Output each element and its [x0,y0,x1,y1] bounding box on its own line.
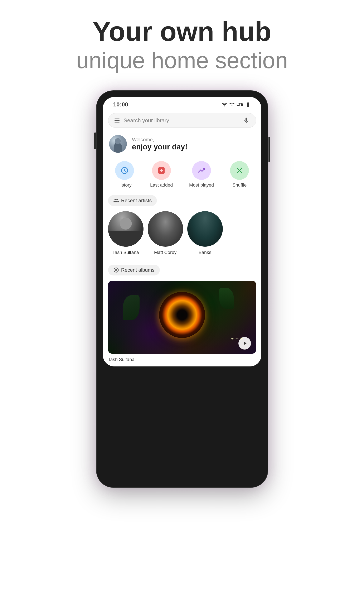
album-artwork [108,281,256,354]
status-bar: 10:00 LTE [103,97,261,110]
foliage-right [219,288,234,309]
artist-banks[interactable]: Banks [187,211,223,255]
mic-icon[interactable] [243,117,250,124]
last-added-circle[interactable] [152,161,171,180]
recent-albums-label: Recent albums [121,267,155,273]
clock-icon [120,166,129,175]
action-last-added[interactable]: Last added [150,161,173,188]
recent-albums-chip[interactable]: Recent albums [108,265,160,275]
wifi-icon [222,102,227,108]
artist-matt-corby[interactable]: Matt Corby [148,211,183,255]
battery-icon [245,102,251,108]
trending-icon [197,166,206,175]
action-shuffle[interactable]: Shuffle [230,161,249,188]
recent-albums-icon [113,267,119,273]
album-labels: Tash Sultana [103,354,261,364]
recent-albums-header[interactable]: Recent albums [108,265,256,275]
foliage-left [123,295,139,320]
search-bar[interactable]: Search your library... [108,113,256,128]
most-played-circle[interactable] [192,161,211,180]
cosmic-eye [159,292,205,338]
phone-frame: 10:00 LTE [97,91,268,487]
recent-artists-label: Recent artists [121,198,152,203]
tash-sultana-name: Tash Sultana [112,250,139,255]
status-time: 10:00 [113,101,128,108]
last-added-label: Last added [150,182,173,188]
album-artwork-container[interactable] [108,281,256,354]
hamburger-icon[interactable] [115,119,119,122]
history-label: History [117,182,131,188]
quick-actions: History Last added [103,157,261,190]
recent-artists-chip[interactable]: Recent artists [108,195,157,206]
phone-screen: 10:00 LTE [103,97,261,366]
history-circle[interactable] [115,161,134,180]
hero-title-line1: Your own hub [76,17,288,47]
play-button[interactable] [238,337,251,350]
matt-corby-name: Matt Corby [154,250,177,255]
avatar [109,135,127,153]
hero-section: Your own hub unique home section [76,17,288,74]
hero-title-line2: unique home section [76,47,288,74]
banks-photo [187,211,223,247]
welcome-subtitle: Welcome, [132,137,187,142]
signal-icon [229,102,235,108]
action-most-played[interactable]: Most played [189,161,214,188]
welcome-section: Welcome, enjoy your day! [103,131,261,157]
banks-name: Banks [199,250,211,255]
artists-row: Tash Sultana Matt Corby Banks [103,209,261,259]
shuffle-label: Shuffle [232,182,246,188]
album-name-tash: Tash Sultana [108,357,135,362]
welcome-greeting: enjoy your day! [132,142,187,151]
phone-mockup: 10:00 LTE [97,91,268,487]
artist-tash-sultana[interactable]: Tash Sultana [108,211,144,255]
albums-section: Tash Sultana [103,279,261,366]
most-played-label: Most played [189,182,214,188]
search-placeholder: Search your library... [124,117,239,124]
svg-point-2 [116,270,116,270]
status-icons: LTE [222,102,251,108]
recent-artists-icon [113,198,119,203]
lte-badge: LTE [236,102,243,107]
play-icon [243,341,248,346]
shuffle-icon [235,166,244,175]
welcome-text: Welcome, enjoy your day! [132,137,187,151]
matt-corby-photo [148,211,183,247]
shuffle-circle[interactable] [230,161,249,180]
recent-artists-header[interactable]: Recent artists [108,195,256,206]
action-history[interactable]: History [115,161,134,188]
tash-sultana-photo [108,211,144,247]
add-queue-icon [157,166,166,175]
